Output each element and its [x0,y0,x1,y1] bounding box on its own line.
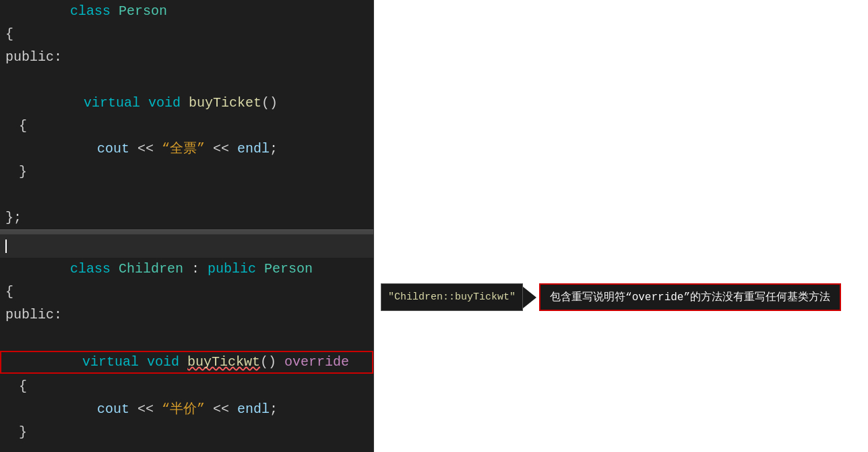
code-line-13: public: [0,304,373,327]
code-panel: class Person { public: virtual void buyT… [0,0,374,452]
code-line-11: class Children : public Person [0,258,373,281]
code-line-5: virtual void buyTicket() [0,92,373,115]
error-code-line: virtual void buyTickwt() override [0,351,373,374]
code-line-7: cout << “全票” << endl; [0,138,373,161]
code-line-8: } [0,161,373,183]
code-line-1: class Person [0,0,373,23]
separator [0,229,373,235]
code-line-12: { [0,281,373,304]
editor-container: class Person { public: virtual void buyT… [0,0,868,452]
tooltip-message: 包含重写说明符“override”的方法没有重写任何基类方法 [539,283,841,311]
tooltip-container: "Children::buyTickwt" 包含重写说明符“override”的… [381,283,841,311]
tooltip-arrow-shape [523,287,536,308]
code-line-3: public: [0,46,373,69]
code-line-19 [0,444,373,452]
code-line-2: { [0,23,373,46]
tooltip-label: "Children::buyTickwt" [381,283,523,311]
code-line-18: } [0,421,373,444]
code-line-10: }; [0,206,373,229]
right-panel: "Children::buyTickwt" 包含重写说明符“override”的… [374,0,868,452]
code-line-9 [0,183,373,206]
code-line-17: cout << “半价” << endl; [0,398,373,421]
